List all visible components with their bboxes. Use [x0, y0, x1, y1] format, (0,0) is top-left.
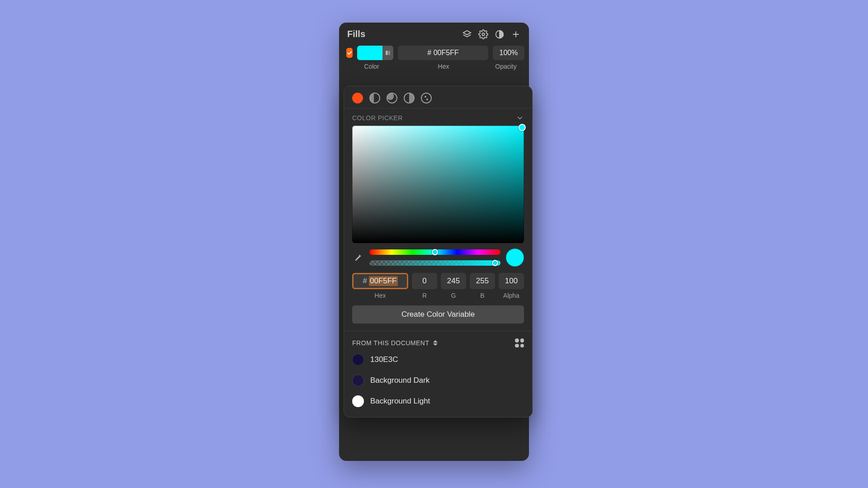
document-color-label: Background Dark	[370, 376, 429, 385]
sv-handle[interactable]	[519, 124, 526, 131]
hex-label: Hex	[352, 292, 408, 299]
color-label: Color	[346, 63, 397, 70]
g-field[interactable]: 245	[441, 273, 466, 289]
fill-row	[339, 43, 529, 62]
saturation-value-area[interactable]	[352, 126, 524, 243]
fill-row-labels: Color Hex Opacity	[339, 62, 529, 74]
sliders	[369, 249, 500, 266]
grid-view-icon[interactable]	[515, 338, 524, 347]
chevron-down-icon[interactable]	[516, 114, 524, 122]
fill-color-swatch[interactable]	[357, 46, 393, 60]
fills-header: Fills	[339, 23, 529, 43]
opacity-label: Opacity	[490, 63, 522, 70]
hex-field[interactable]: # 00F5FF	[352, 273, 408, 289]
r-field[interactable]: 0	[412, 273, 437, 289]
r-label: R	[412, 292, 437, 299]
document-color-label: Background Light	[370, 397, 430, 406]
radial-gradient-mode-icon[interactable]	[387, 93, 397, 103]
angular-gradient-mode-icon[interactable]	[404, 93, 415, 103]
alpha-thumb[interactable]	[492, 260, 498, 266]
gear-icon[interactable]	[478, 29, 488, 39]
solid-mode-icon[interactable]	[352, 93, 363, 103]
sort-icon[interactable]	[433, 340, 438, 346]
eyedropper-icon[interactable]	[352, 252, 364, 263]
svg-rect-2	[386, 51, 387, 55]
g-label: G	[441, 292, 466, 299]
noise-mode-icon[interactable]	[421, 93, 432, 103]
document-colors-title: FROM THIS DOCUMENT	[352, 339, 429, 347]
color-picker-popover: COLOR PICKER # 00F5FF	[344, 86, 533, 418]
contrast-icon[interactable]	[495, 29, 505, 39]
hash-prefix: #	[363, 277, 367, 286]
document-colors-header: FROM THIS DOCUMENT	[344, 331, 532, 352]
document-color-swatch	[352, 395, 364, 407]
alpha-slider[interactable]	[369, 260, 500, 266]
svg-rect-3	[388, 51, 390, 55]
hex-label: Hex	[397, 63, 490, 70]
alpha-label: Alpha	[499, 292, 524, 299]
layers-icon[interactable]	[462, 29, 472, 39]
fill-hex-input[interactable]	[398, 46, 488, 60]
document-color-item[interactable]: Background Dark	[352, 373, 524, 388]
fill-enabled-checkbox[interactable]	[346, 48, 353, 58]
linear-gradient-mode-icon[interactable]	[369, 93, 380, 103]
slider-row	[344, 249, 532, 273]
fill-opacity-input[interactable]	[493, 46, 524, 60]
swatch-color-preview	[357, 46, 382, 60]
document-color-item[interactable]: 130E3C	[352, 352, 524, 367]
color-value-row: # 00F5FF 0 245 255 100	[344, 273, 532, 292]
hue-thumb[interactable]	[432, 249, 438, 255]
color-preview-swatch	[506, 249, 524, 267]
color-picker-section-header: COLOR PICKER	[344, 108, 532, 126]
document-color-item[interactable]: Background Light	[352, 394, 524, 409]
color-picker-title: COLOR PICKER	[352, 114, 403, 122]
fills-header-actions	[462, 29, 521, 39]
fill-type-icon[interactable]	[382, 46, 393, 60]
b-field[interactable]: 255	[470, 273, 495, 289]
alpha-field[interactable]: 100	[499, 273, 524, 289]
create-color-variable-button[interactable]: Create Color Variable	[352, 305, 524, 324]
document-colors-list: 130E3CBackground DarkBackground Light	[344, 352, 532, 417]
hue-slider[interactable]	[369, 249, 500, 255]
fills-title: Fills	[347, 29, 365, 39]
color-value-labels: Hex R G B Alpha	[344, 292, 532, 305]
fills-panel: Fills Color	[339, 23, 529, 461]
document-color-label: 130E3C	[370, 355, 398, 364]
svg-point-0	[482, 33, 485, 36]
hex-value: 00F5FF	[369, 276, 398, 286]
document-color-swatch	[352, 375, 364, 386]
b-label: B	[470, 292, 495, 299]
document-color-swatch	[352, 354, 364, 366]
fill-mode-tabs	[344, 86, 532, 108]
add-fill-icon[interactable]	[511, 29, 521, 39]
